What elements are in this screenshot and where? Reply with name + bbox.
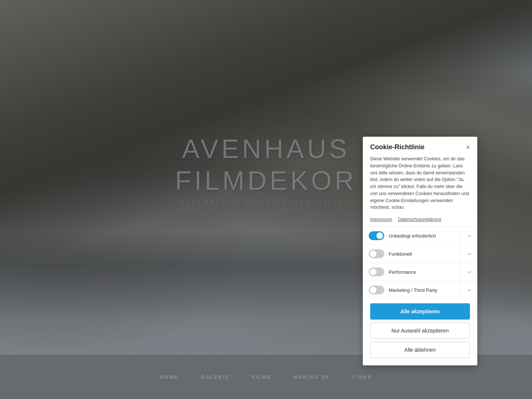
cookie-modal-links: Impressum Datenschutzerklärung [363, 215, 477, 226]
impressum-link[interactable]: Impressum [370, 217, 392, 222]
toggle-label-funktionell: Funktionell [389, 251, 412, 257]
cookie-modal-title: Cookie-Richtlinie [370, 143, 424, 151]
toggle-row-performance: Performance → [363, 263, 477, 281]
cookie-modal: Cookie-Richtlinie × Diese Website verwen… [363, 137, 477, 365]
toggle-label-unbedingt: Unbedingt erforderlich [389, 233, 436, 239]
reject-all-button[interactable]: Alle ablehnen [370, 342, 470, 358]
accept-all-button[interactable]: Alle akzeptieren [370, 303, 470, 320]
toggle-row-funktionell: Funktionell → [363, 245, 477, 263]
toggle-row-marketing: Marketing / Third Party → [363, 281, 477, 299]
toggle-arrow-unbedingt[interactable]: → [460, 227, 477, 244]
toggle-arrow-performance[interactable]: → [460, 263, 477, 280]
toggle-arrow-funktionell[interactable]: → [460, 245, 477, 262]
toggle-switch-marketing[interactable] [369, 286, 384, 294]
toggle-switch-funktionell[interactable] [369, 249, 384, 258]
toggle-label-performance: Performance [389, 269, 416, 275]
cookie-description: Diese Website verwendet Cookies, um dir … [370, 156, 470, 211]
close-button[interactable]: × [466, 144, 470, 151]
toggle-arrow-marketing[interactable]: → [460, 282, 477, 299]
toggle-row-unbedingt: Unbedingt erforderlich → [363, 226, 477, 245]
toggle-switch-performance[interactable] [369, 267, 384, 276]
accept-selection-button[interactable]: Nur Auswahl akzeptieren [370, 323, 470, 339]
toggle-section-marketing: Marketing / Third Party [363, 281, 460, 299]
toggle-label-marketing: Marketing / Third Party [389, 287, 437, 293]
toggle-section-funktionell: Funktionell [363, 245, 460, 263]
toggle-section-unbedingt: Unbedingt erforderlich [363, 227, 460, 245]
cookie-modal-body: Diese Website verwendet Cookies, um dir … [363, 156, 477, 215]
toggle-switch-unbedingt[interactable] [369, 231, 384, 240]
datenschutz-link[interactable]: Datenschutzerklärung [398, 217, 441, 222]
cookie-modal-header: Cookie-Richtlinie × [363, 137, 477, 156]
toggle-section-performance: Performance [363, 263, 460, 281]
cookie-actions: Alle akzeptieren Nur Auswahl akzeptieren… [363, 299, 477, 358]
